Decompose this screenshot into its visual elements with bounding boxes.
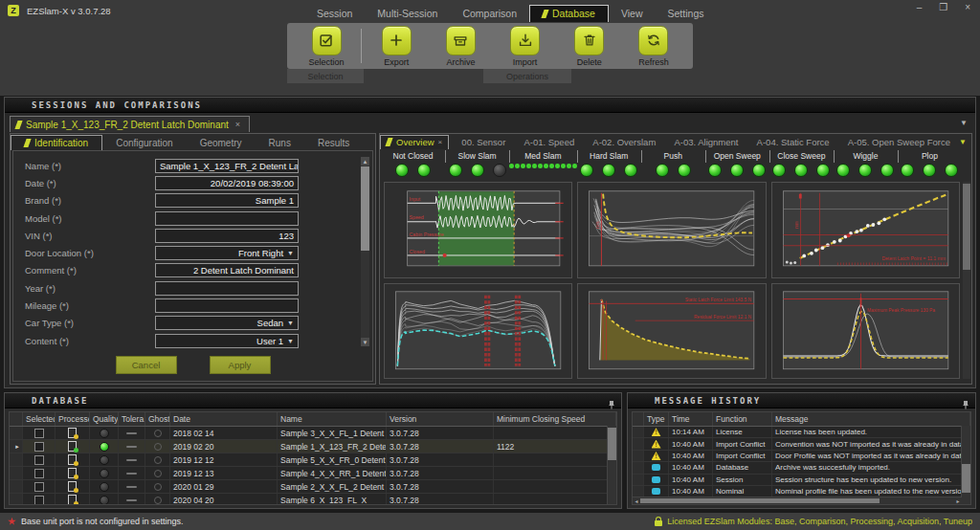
- checkbox[interactable]: [34, 429, 44, 438]
- table-row[interactable]: 2020 04 20Sample 6_X_123_FL_X3.0.7.28: [10, 494, 616, 505]
- door-location-input[interactable]: Front Right▼: [155, 246, 299, 260]
- selected-cell[interactable]: [23, 440, 56, 453]
- column-header-message[interactable]: Message: [772, 412, 970, 426]
- refresh-button[interactable]: Refresh: [624, 26, 683, 67]
- column-header-quality[interactable]: Quality: [90, 412, 119, 426]
- tab-close-icon[interactable]: ×: [438, 138, 443, 146]
- row-selector[interactable]: [633, 475, 644, 485]
- speed-curves-thumbnail[interactable]: m/s: [582, 186, 761, 275]
- sensor-waveform-thumbnail[interactable]: InputSpeedCabin PressureClosed: [389, 186, 568, 275]
- menu-tab-database[interactable]: Database: [529, 5, 609, 22]
- row-selector[interactable]: [633, 486, 644, 497]
- checkbox[interactable]: [34, 442, 44, 452]
- vin-input[interactable]: 123: [155, 229, 299, 243]
- import-button[interactable]: Import: [496, 26, 555, 67]
- tab-results[interactable]: Results: [304, 136, 363, 150]
- scrollbar-thumb[interactable]: [640, 498, 880, 503]
- scrollbar-thumb[interactable]: [361, 166, 369, 251]
- table-row[interactable]: 2020 01 29Sample 2_X_X_FL_2 Detent Check…: [10, 480, 616, 494]
- row-selector[interactable]: [10, 494, 23, 505]
- checkbox[interactable]: [34, 469, 44, 478]
- mileage-input[interactable]: [155, 298, 299, 313]
- column-header-time[interactable]: Time: [669, 412, 713, 426]
- menu-tab-view[interactable]: View: [609, 6, 656, 22]
- table-row[interactable]: 2019 12 13Sample 4_X_X_RR_1 Detent Boost…: [10, 467, 616, 480]
- table-row[interactable]: 2018 02 14Sample 3_X_X_FL_1 Detent Cabin…: [10, 427, 616, 440]
- table-row[interactable]: 2019 12 12Sample 5_X_X_FR_0 Detent Sensi…: [10, 453, 616, 467]
- form-scrollbar[interactable]: ▲ ▼: [361, 157, 369, 346]
- scroll-down-icon[interactable]: ▼: [361, 338, 369, 346]
- tab-a-01-speed[interactable]: A-01. Speed: [518, 136, 580, 149]
- tab-a-05-open-sweep-force[interactable]: A-05. Open Sweep Force: [842, 136, 956, 149]
- row-selector[interactable]: [633, 462, 644, 473]
- checkbox[interactable]: [34, 455, 44, 465]
- column-header-date[interactable]: Date: [170, 412, 278, 426]
- cancel-button[interactable]: Cancel: [116, 356, 177, 374]
- session-tab-close-icon[interactable]: ×: [235, 120, 240, 129]
- scrollbar-thumb[interactable]: [608, 428, 616, 460]
- static-force-decay-thumbnail[interactable]: Static Latch Force Limit 143.5 NResidual…: [582, 287, 761, 376]
- scroll-up-icon[interactable]: ▲: [361, 157, 369, 166]
- row-selector[interactable]: [633, 451, 644, 461]
- menu-tab-comparison[interactable]: Comparison: [450, 6, 529, 22]
- tab-a-04-static-force[interactable]: A-04. Static Force: [751, 136, 835, 149]
- row-selector[interactable]: ▸: [10, 440, 23, 453]
- tab-00-sensor[interactable]: 00. Sensor: [456, 136, 511, 149]
- scroll-left-icon[interactable]: ◄: [633, 497, 640, 504]
- menu-tab-multi-session[interactable]: Multi-Session: [365, 6, 450, 22]
- tab-runs[interactable]: Runs: [256, 136, 304, 150]
- row-selector[interactable]: [633, 427, 644, 437]
- year-input[interactable]: [155, 281, 299, 296]
- checkbox[interactable]: [34, 496, 44, 505]
- overview-scrollbar[interactable]: [963, 182, 970, 379]
- content-input[interactable]: User 1▼: [155, 334, 299, 348]
- row-selector[interactable]: [10, 427, 23, 439]
- selected-cell[interactable]: [23, 480, 56, 493]
- name-input[interactable]: Sample 1_X_123_FR_2 Detent Latch Dominan…: [155, 159, 299, 173]
- overview-tabs-dropdown-icon[interactable]: ▼: [959, 138, 967, 146]
- scrollbar-thumb[interactable]: [962, 464, 970, 493]
- column-header-tolera[interactable]: Tolera...: [119, 412, 145, 426]
- date-input[interactable]: 20/02/2019 08:39:00: [155, 176, 299, 190]
- export-button[interactable]: Export: [367, 26, 426, 67]
- table-row[interactable]: 10:40 AMSessionSession structure has bee…: [633, 475, 970, 486]
- tab-identification[interactable]: Identification: [11, 135, 102, 150]
- table-row[interactable]: !10:40 AMImport ConflictDoor Profile was…: [633, 451, 970, 462]
- checkbox[interactable]: [34, 482, 44, 492]
- restore-button[interactable]: ❐: [939, 2, 947, 12]
- overslam-scatter-thumbnail[interactable]: mmDetent Latch Point = 11.1 mm: [776, 186, 955, 275]
- row-selector[interactable]: [633, 438, 644, 449]
- brand-input[interactable]: Sample 1: [155, 193, 299, 208]
- column-header-version[interactable]: Version: [387, 412, 494, 426]
- row-selector[interactable]: [10, 480, 23, 493]
- delete-button[interactable]: Delete: [560, 26, 619, 67]
- open-sweep-peak-thumbnail[interactable]: Maximum Peak Pressure 130 Pa: [776, 287, 955, 376]
- column-header-type[interactable]: Type: [644, 412, 669, 426]
- session-tabs-dropdown-icon[interactable]: ▼: [960, 119, 968, 127]
- comment-input[interactable]: 2 Detent Latch Dominant: [155, 263, 299, 277]
- alignment-sweep-thumbnail[interactable]: [389, 287, 568, 376]
- minimize-button[interactable]: –: [917, 2, 923, 12]
- selected-cell[interactable]: [23, 494, 56, 505]
- table-row[interactable]: ▸2019 02 20Sample 1_X_123_FR_2 Detent La…: [10, 440, 616, 453]
- menu-tab-session[interactable]: Session: [304, 6, 365, 22]
- model-input[interactable]: [155, 211, 299, 226]
- tab-geometry[interactable]: Geometry: [187, 136, 256, 150]
- selected-cell[interactable]: [23, 467, 56, 479]
- table-row[interactable]: 10:40 AMDatabaseArchive was succesfully …: [633, 462, 970, 474]
- column-header-ghost[interactable]: Ghost: [145, 412, 170, 426]
- selection-button[interactable]: Selection: [297, 26, 356, 67]
- message-vertical-scrollbar[interactable]: [961, 426, 970, 504]
- scrollbar-thumb[interactable]: [963, 184, 970, 270]
- car-type-input[interactable]: Sedan▼: [155, 316, 299, 330]
- apply-button[interactable]: Apply: [210, 356, 271, 374]
- menu-tab-settings[interactable]: Settings: [656, 6, 717, 22]
- table-row[interactable]: !10:40 AMImport ConflictConvention was N…: [633, 438, 970, 450]
- scroll-right-icon[interactable]: ►: [954, 497, 962, 504]
- message-horizontal-scrollbar[interactable]: ◄ ►: [633, 497, 962, 504]
- column-header-name[interactable]: Name: [278, 412, 387, 426]
- selected-cell[interactable]: [23, 453, 56, 466]
- column-header-function[interactable]: Function: [713, 412, 772, 426]
- column-header-processed[interactable]: Processed: [56, 412, 90, 426]
- tab-a-03-alignment[interactable]: A-03. Alignment: [668, 136, 744, 149]
